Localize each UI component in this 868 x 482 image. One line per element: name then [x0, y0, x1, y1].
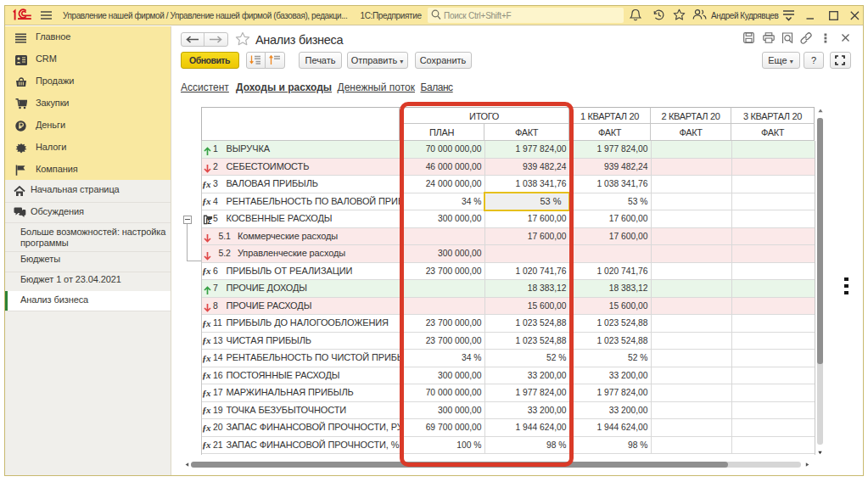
svg-text:Σ: Σ: [207, 217, 211, 225]
